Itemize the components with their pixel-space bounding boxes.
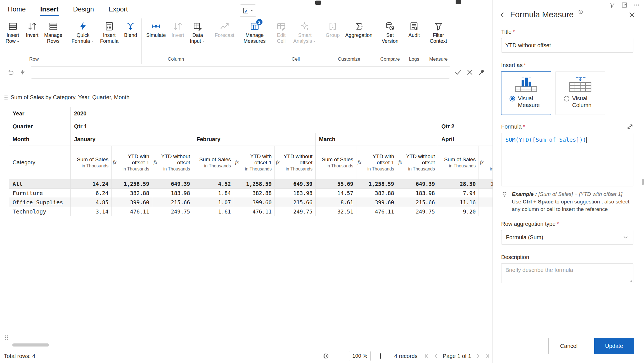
title-input[interactable]	[501, 38, 633, 53]
measure-header-cell[interactable]: fxYTD without offsetin Thousands	[397, 146, 438, 179]
value-cell[interactable]: 1.84	[193, 189, 234, 198]
row-header-cell[interactable]: Quarter	[9, 120, 71, 133]
measure-header-cell[interactable]: fxYTD with offset 1in Thousands	[479, 146, 493, 179]
measure-header-cell[interactable]: fxYTD with offset 1in Thousands	[112, 146, 152, 179]
aggregation-button[interactable]: Aggregation	[342, 19, 375, 38]
close-panel-button[interactable]	[628, 11, 636, 18]
value-cell[interactable]: 183.98	[397, 189, 438, 198]
insert-formula-button[interactable]: InsertFormula	[97, 19, 121, 44]
value-cell[interactable]: 9.20	[438, 207, 479, 216]
value-cell[interactable]: 382.88	[479, 189, 493, 198]
horizontal-scrollbar-thumb[interactable]	[12, 343, 49, 347]
quick-formula-button[interactable]: QuickFormula	[69, 19, 97, 44]
header-cell[interactable]: Qtr 1	[71, 120, 438, 133]
value-cell[interactable]: 1.61	[193, 207, 234, 216]
value-cell[interactable]: 1,258.59	[479, 179, 493, 189]
formula-editor[interactable]: SUM(YTD([Sum of Sales]))	[501, 133, 633, 186]
value-cell[interactable]: 183.98	[152, 189, 193, 198]
more-options-button[interactable]	[633, 2, 640, 8]
header-cell[interactable]: 2020	[71, 107, 493, 120]
invert-rows-button[interactable]: Invert	[23, 19, 41, 38]
data-input-button[interactable]: DataInput	[187, 19, 208, 44]
header-cell[interactable]: Qtr 2	[438, 120, 493, 133]
group-button[interactable]: Group	[323, 19, 342, 38]
zoom-level[interactable]: 100 %	[349, 351, 371, 361]
report-edit-button[interactable]	[240, 4, 256, 17]
back-button[interactable]	[499, 11, 506, 18]
measure-header-cell[interactable]: Sum of Salesin Thousands	[193, 146, 234, 179]
set-version-button[interactable]: SetVersion	[379, 19, 401, 44]
value-cell[interactable]: 476.11	[112, 207, 152, 216]
next-page-button[interactable]	[475, 353, 481, 359]
last-page-button[interactable]	[484, 353, 490, 359]
description-textarea[interactable]	[501, 263, 633, 283]
measure-header-cell[interactable]: Sum of Salesin Thousands	[71, 146, 112, 179]
visual-column-radio[interactable]	[564, 96, 569, 101]
header-cell[interactable]: February	[193, 133, 316, 146]
visual-measure-radio[interactable]	[510, 96, 515, 101]
forecast-button[interactable]: Forecast	[212, 19, 237, 38]
value-cell[interactable]: 28.30	[438, 179, 479, 189]
value-cell[interactable]: 249.75	[397, 207, 438, 216]
value-cell[interactable]: 32.51	[316, 207, 356, 216]
value-cell[interactable]: 14.24	[71, 179, 112, 189]
row-label-cell[interactable]: Technology	[9, 207, 71, 216]
pin-formula-bar-button[interactable]	[478, 69, 485, 76]
row-label-cell[interactable]: Office Supplies	[9, 198, 71, 207]
cancel-button[interactable]: Cancel	[548, 338, 589, 354]
filter-context-button[interactable]: FilterContext	[427, 19, 450, 44]
value-cell[interactable]: 649.39	[397, 179, 438, 189]
manage-measures-button[interactable]: 2ManageMeasures	[241, 19, 268, 44]
settings-button[interactable]	[322, 352, 329, 360]
measure-header-cell[interactable]: fxYTD without offsetin Thousands	[275, 146, 316, 179]
insert-row-button[interactable]: InsertRow	[3, 19, 23, 44]
row-header-cell[interactable]: Category	[9, 146, 71, 179]
prev-page-button[interactable]	[433, 353, 439, 359]
zoom-out-button[interactable]	[335, 352, 343, 360]
confirm-formula-button[interactable]	[454, 69, 462, 76]
measure-header-cell[interactable]: fxYTD with offset 1in Thousands	[234, 146, 275, 179]
filter-button[interactable]	[609, 2, 615, 8]
value-cell[interactable]: 382.88	[234, 189, 275, 198]
header-cell[interactable]: March	[316, 133, 438, 146]
value-cell[interactable]: 215.66	[275, 198, 316, 207]
value-cell[interactable]: 14.57	[316, 189, 356, 198]
popout-button[interactable]	[621, 2, 628, 8]
value-cell[interactable]: 215.66	[152, 198, 193, 207]
value-cell[interactable]: 11.16	[438, 198, 479, 207]
value-cell[interactable]: 215.66	[397, 198, 438, 207]
blend-button[interactable]: Blend	[121, 19, 140, 38]
value-cell[interactable]: 55.69	[316, 179, 356, 189]
tab-home[interactable]: Home	[7, 1, 26, 17]
visual-measure-card[interactable]: Visual Measure	[501, 71, 551, 115]
simulate-button[interactable]: Simulate	[143, 19, 169, 38]
value-cell[interactable]: 8.61	[316, 198, 356, 207]
tab-insert[interactable]: Insert	[40, 1, 59, 17]
visual-column-card[interactable]: Visual Column	[555, 71, 605, 115]
value-cell[interactable]: 399.60	[112, 198, 152, 207]
row-header-cell[interactable]: Month	[9, 133, 71, 146]
row-label-cell[interactable]: Furniture	[9, 189, 71, 198]
value-cell[interactable]: 4.85	[71, 198, 112, 207]
audit-button[interactable]: Audit	[405, 19, 423, 38]
vertical-scrollbar-thumb[interactable]	[642, 179, 644, 185]
header-cell[interactable]: January	[71, 133, 193, 146]
value-cell[interactable]: 399.60	[479, 198, 493, 207]
value-cell[interactable]: 4.52	[193, 179, 234, 189]
formula-bar-input[interactable]	[31, 66, 450, 79]
measure-header-cell[interactable]: fxYTD with offset 1in Thousands	[356, 146, 397, 179]
edit-cell-button[interactable]: EditCell	[272, 19, 290, 44]
tab-design[interactable]: Design	[72, 1, 94, 17]
value-cell[interactable]: 649.39	[152, 179, 193, 189]
value-cell[interactable]: 399.60	[356, 198, 397, 207]
value-cell[interactable]: 382.88	[112, 189, 152, 198]
measure-header-cell[interactable]: Sum of Salesin Thousands	[316, 146, 356, 179]
value-cell[interactable]: 399.60	[234, 198, 275, 207]
drag-handle-icon[interactable]	[4, 95, 8, 100]
value-cell[interactable]: 1,258.59	[234, 179, 275, 189]
first-page-button[interactable]	[424, 353, 430, 359]
quick-formula-bar-button[interactable]	[19, 69, 26, 76]
value-cell[interactable]: 382.88	[356, 189, 397, 198]
smart-analysis-button[interactable]: SmartAnalysis	[290, 19, 319, 44]
info-icon[interactable]	[578, 9, 583, 15]
